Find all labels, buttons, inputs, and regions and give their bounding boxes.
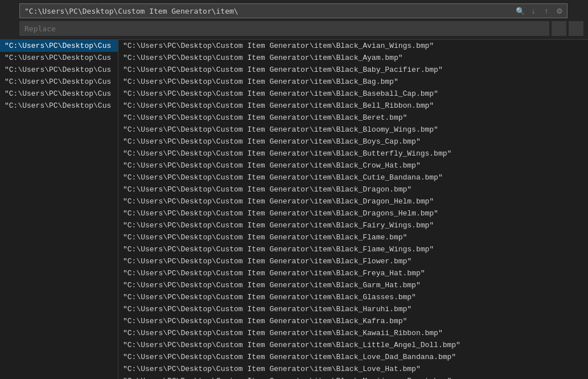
next-match-icon: ↑ (545, 6, 549, 15)
line-item[interactable]: "C:\Users\PC\Desktop\Custom Item Generat… (118, 219, 588, 231)
close-button[interactable] (570, 4, 583, 18)
line-item[interactable]: "C:\Users\PC\Desktop\Custom Item Generat… (118, 124, 588, 136)
line-item[interactable]: "C:\Users\PC\Desktop\Custom Item Generat… (118, 76, 588, 88)
collapse-button[interactable] (3, 5, 18, 17)
line-item[interactable]: "C:\Users\PC\Desktop\Custom Item Generat… (118, 195, 588, 207)
find-replace-bar: 🔍 ↓ ↑ ⚙ (0, 0, 588, 40)
search-row: 🔍 ↓ ↑ ⚙ (5, 3, 583, 18)
line-item[interactable]: "C:\Users\PC\Desktop\Custom Item Generat… (118, 112, 588, 124)
line-item[interactable]: "C:\Users\PC\Desktop\Custom Item Generat… (118, 279, 588, 291)
left-nav-item-2[interactable]: "C:\Users\PC\Desktop\Cus (0, 64, 118, 76)
replace-input[interactable] (19, 21, 549, 36)
replace-button[interactable] (552, 21, 566, 36)
line-item[interactable]: "C:\Users\PC\Desktop\Custom Item Generat… (118, 339, 588, 351)
search-input-wrapper: 🔍 ↓ ↑ ⚙ (19, 3, 568, 18)
line-item[interactable]: "C:\Users\PC\Desktop\Custom Item Generat… (118, 184, 588, 195)
prev-match-button[interactable]: ↓ (527, 5, 540, 17)
line-item[interactable]: "C:\Users\PC\Desktop\Custom Item Generat… (118, 160, 588, 172)
left-nav-item-3[interactable]: "C:\Users\PC\Desktop\Cus (0, 76, 118, 88)
app-container: 🔍 ↓ ↑ ⚙ (0, 0, 588, 379)
line-item[interactable]: "C:\Users\PC\Desktop\Custom Item Generat… (118, 52, 588, 64)
line-item[interactable]: "C:\Users\PC\Desktop\Custom Item Generat… (118, 40, 588, 52)
settings-button[interactable]: ⚙ (553, 5, 566, 17)
right-content: "C:\Users\PC\Desktop\Custom Item Generat… (118, 40, 588, 379)
line-item[interactable]: "C:\Users\PC\Desktop\Custom Item Generat… (118, 303, 588, 315)
line-item[interactable]: "C:\Users\PC\Desktop\Custom Item Generat… (118, 291, 588, 303)
line-item[interactable]: "C:\Users\PC\Desktop\Custom Item Generat… (118, 88, 588, 100)
line-item[interactable]: "C:\Users\PC\Desktop\Custom Item Generat… (118, 231, 588, 243)
replace-row (5, 21, 583, 36)
left-nav-item-4[interactable]: "C:\Users\PC\Desktop\Cus (0, 88, 118, 100)
main-content: "C:\Users\PC\Desktop\Cus "C:\Users\PC\De… (0, 40, 588, 379)
left-panel: "C:\Users\PC\Desktop\Cus "C:\Users\PC\De… (0, 40, 118, 379)
line-item[interactable]: "C:\Users\PC\Desktop\Custom Item Generat… (118, 148, 588, 160)
prev-match-icon: ↓ (532, 6, 536, 15)
line-item[interactable]: "C:\Users\PC\Desktop\Custom Item Generat… (118, 327, 588, 339)
line-item[interactable]: "C:\Users\PC\Desktop\Custom Item Generat… (118, 172, 588, 184)
search-icon: 🔍 (516, 7, 525, 15)
line-item[interactable]: "C:\Users\PC\Desktop\Custom Item Generat… (118, 243, 588, 255)
lines-container: "C:\Users\PC\Desktop\Custom Item Generat… (118, 40, 588, 379)
line-item[interactable]: "C:\Users\PC\Desktop\Custom Item Generat… (118, 315, 588, 327)
line-item[interactable]: "C:\Users\PC\Desktop\Custom Item Generat… (118, 136, 588, 148)
line-item[interactable]: "C:\Users\PC\Desktop\Custom Item Generat… (118, 363, 588, 375)
line-item[interactable]: "C:\Users\PC\Desktop\Custom Item Generat… (118, 255, 588, 267)
search-input[interactable] (19, 3, 568, 18)
settings-icon: ⚙ (556, 7, 563, 15)
line-item[interactable]: "C:\Users\PC\Desktop\Custom Item Generat… (118, 64, 588, 76)
line-item[interactable]: "C:\Users\PC\Desktop\Custom Item Generat… (118, 100, 588, 112)
left-nav-item-5[interactable]: "C:\Users\PC\Desktop\Cus (0, 100, 118, 112)
search-actions: 🔍 ↓ ↑ ⚙ (514, 5, 566, 17)
line-item[interactable]: "C:\Users\PC\Desktop\Custom Item Generat… (118, 351, 588, 363)
left-nav-item-0[interactable]: "C:\Users\PC\Desktop\Cus (0, 40, 118, 52)
next-match-button[interactable]: ↑ (540, 5, 553, 17)
replace-all-button[interactable] (569, 21, 583, 36)
line-item[interactable]: "C:\Users\PC\Desktop\Custom Item Generat… (118, 375, 588, 379)
line-item[interactable]: "C:\Users\PC\Desktop\Custom Item Generat… (118, 267, 588, 279)
left-nav-item-1[interactable]: "C:\Users\PC\Desktop\Cus (0, 52, 118, 64)
line-item[interactable]: "C:\Users\PC\Desktop\Custom Item Generat… (118, 207, 588, 219)
search-icon-button[interactable]: 🔍 (514, 5, 527, 17)
